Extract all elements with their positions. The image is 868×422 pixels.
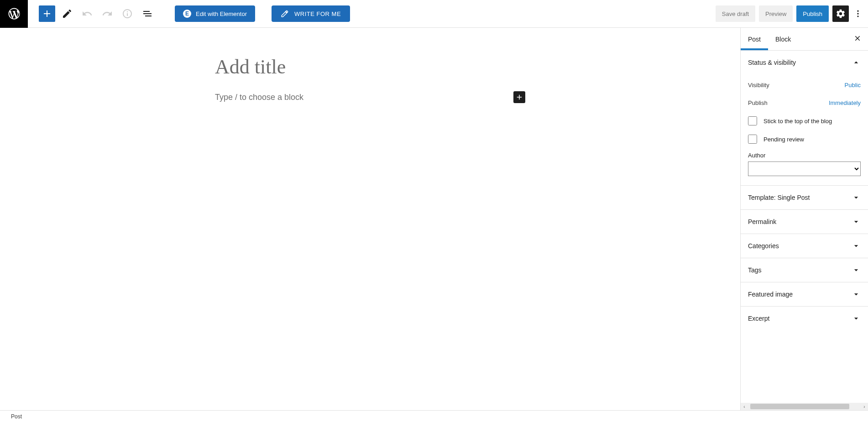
panel-categories: Categories — [741, 234, 868, 258]
chevron-down-icon — [852, 266, 861, 275]
edit-elementor-button[interactable]: E Edit with Elementor — [175, 5, 255, 22]
panel-template: Template: Single Post — [741, 186, 868, 210]
stick-top-checkbox[interactable] — [748, 116, 757, 125]
info-icon — [122, 8, 133, 19]
preview-button[interactable]: Preview — [759, 5, 793, 22]
stick-top-label: Stick to the top of the blog — [763, 118, 832, 125]
panel-title: Excerpt — [748, 315, 769, 322]
save-draft-button[interactable]: Save draft — [716, 5, 755, 22]
undo-icon — [82, 8, 93, 19]
panel-header-status[interactable]: Status & visibility — [741, 51, 868, 74]
plus-icon — [42, 8, 52, 19]
panel-status-visibility: Status & visibility Visibility Public Pu… — [741, 51, 868, 186]
publish-button[interactable]: Publish — [796, 5, 829, 22]
pen-icon — [281, 10, 289, 18]
panel-header-featured[interactable]: Featured image — [741, 282, 868, 306]
breadcrumb-bar: Post — [0, 410, 868, 422]
svg-point-2 — [857, 16, 858, 17]
chevron-up-icon — [852, 58, 861, 67]
svg-point-1 — [857, 13, 858, 14]
panel-header-permalink[interactable]: Permalink — [741, 210, 868, 234]
write-for-me-button[interactable]: WRITE FOR ME — [272, 5, 350, 22]
gear-icon — [836, 9, 846, 19]
panel-featured-image: Featured image — [741, 282, 868, 307]
chevron-down-icon — [852, 314, 861, 323]
settings-button[interactable] — [832, 5, 849, 22]
tab-post[interactable]: Post — [741, 28, 768, 50]
outline-button[interactable] — [139, 5, 156, 22]
panel-title: Tags — [748, 266, 762, 274]
panel-excerpt: Excerpt — [741, 307, 868, 330]
panel-title: Permalink — [748, 218, 776, 225]
panel-permalink: Permalink — [741, 210, 868, 234]
pending-review-label: Pending review — [763, 136, 804, 143]
undo-button[interactable] — [79, 5, 95, 22]
panel-header-template[interactable]: Template: Single Post — [741, 186, 868, 209]
author-select[interactable] — [748, 162, 861, 176]
publish-label: Publish — [748, 99, 768, 106]
svg-point-0 — [857, 10, 858, 12]
elementor-icon: E — [183, 10, 191, 18]
editor-canvas: Type / to choose a block — [0, 28, 740, 410]
tools-button[interactable] — [59, 5, 75, 22]
add-block-inline-button[interactable] — [513, 91, 525, 103]
redo-icon — [102, 8, 113, 19]
add-block-button[interactable] — [39, 5, 55, 22]
settings-sidebar: Post Block Status & visibility Visibilit… — [740, 28, 868, 410]
more-options-button[interactable] — [852, 5, 863, 22]
pencil-icon — [62, 8, 73, 19]
stick-top-row[interactable]: Stick to the top of the blog — [748, 112, 861, 130]
panel-header-tags[interactable]: Tags — [741, 258, 868, 282]
author-label: Author — [748, 152, 861, 159]
sidebar-h-scrollbar[interactable]: ‹ › — [741, 403, 868, 410]
panel-title: Status & visibility — [748, 59, 796, 66]
scroll-right-arrow[interactable]: › — [861, 404, 868, 409]
list-icon — [142, 8, 153, 19]
chevron-down-icon — [852, 217, 861, 226]
panel-title: Categories — [748, 242, 779, 250]
scroll-track[interactable] — [748, 403, 861, 410]
panel-header-categories[interactable]: Categories — [741, 234, 868, 258]
wordpress-icon — [7, 7, 21, 21]
visibility-label: Visibility — [748, 82, 769, 89]
plus-icon — [515, 93, 523, 101]
title-input[interactable] — [215, 55, 525, 78]
chevron-down-icon — [852, 241, 861, 250]
redo-button[interactable] — [99, 5, 115, 22]
pending-review-checkbox[interactable] — [748, 135, 757, 144]
panel-header-excerpt[interactable]: Excerpt — [741, 307, 868, 330]
scroll-thumb[interactable] — [750, 404, 849, 409]
tab-block[interactable]: Block — [768, 28, 798, 50]
elementor-label: Edit with Elementor — [196, 10, 247, 17]
breadcrumb[interactable]: Post — [11, 413, 22, 420]
chevron-down-icon — [852, 193, 861, 202]
scroll-left-arrow[interactable]: ‹ — [741, 404, 748, 409]
close-icon — [853, 34, 862, 42]
info-button[interactable] — [119, 5, 136, 22]
close-sidebar-button[interactable] — [847, 28, 868, 50]
panel-title: Featured image — [748, 291, 793, 298]
kebab-icon — [853, 9, 863, 18]
panel-title: Template: Single Post — [748, 194, 810, 201]
pending-review-row[interactable]: Pending review — [748, 130, 861, 148]
chevron-down-icon — [852, 290, 861, 299]
wordpress-logo[interactable] — [0, 0, 28, 28]
visibility-value[interactable]: Public — [845, 82, 861, 89]
publish-value[interactable]: Immediately — [829, 99, 861, 106]
block-placeholder[interactable]: Type / to choose a block — [215, 93, 513, 102]
top-toolbar: E Edit with Elementor WRITE FOR ME Save … — [0, 0, 868, 28]
write-label: WRITE FOR ME — [294, 10, 341, 17]
panel-tags: Tags — [741, 258, 868, 282]
